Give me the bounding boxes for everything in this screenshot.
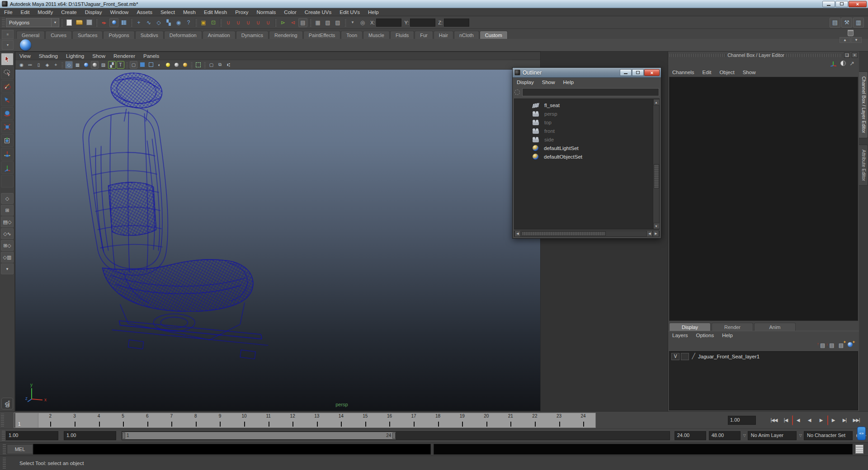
menu-item[interactable]: Assets (132, 9, 156, 15)
smooth-shade-icon[interactable] (91, 61, 99, 69)
shelf-tab[interactable]: Muscle (363, 31, 390, 39)
animation-end-field[interactable]: 48.00 (709, 431, 741, 440)
mel-command-input[interactable] (33, 444, 431, 455)
checker-material-icon[interactable]: ◐ (156, 61, 163, 69)
channel-menu-item[interactable]: Channels (668, 70, 698, 75)
script-editor-icon[interactable] (855, 445, 863, 454)
animation-start-field[interactable]: 1.00 (6, 431, 58, 440)
outliner-item[interactable]: front (533, 127, 652, 135)
outliner-item[interactable]: defaultObjectSet (533, 152, 652, 161)
timeline-frame-cell[interactable]: 18 (426, 413, 450, 428)
menu-item[interactable]: Mesh (179, 9, 200, 15)
separator[interactable] (195, 19, 197, 27)
menu-item[interactable]: Edit (17, 9, 34, 15)
menu-item[interactable]: File (0, 9, 17, 15)
timeline-frame-cell[interactable]: 7 (159, 413, 184, 428)
layer-playback-toggle[interactable] (681, 353, 689, 360)
scrollbar-thumb[interactable] (654, 164, 659, 188)
timeline-frame-cell[interactable]: 20 (474, 413, 499, 428)
playback-button[interactable]: |◀ (780, 415, 791, 425)
drag-texture[interactable] (670, 54, 726, 57)
range-end-handle[interactable] (392, 432, 396, 439)
menu-item[interactable]: Edit Mesh (200, 9, 231, 15)
current-time-field[interactable]: 1.00 (728, 416, 756, 425)
shelf-tab[interactable]: Polygons (103, 31, 134, 39)
timeline-frame-cell[interactable]: 19 (450, 413, 474, 428)
input-connections-button[interactable]: ⊳ (278, 18, 288, 27)
timeline-frame-cell[interactable]: 13 (305, 413, 329, 428)
bookmarks-icon[interactable]: ▯ (35, 61, 42, 69)
render-current-frame-button[interactable]: ▦ (313, 18, 322, 27)
move-tool-button[interactable] (1, 94, 14, 106)
playback-start-field[interactable]: 1.00 (64, 431, 116, 440)
xray-display-icon[interactable]: ▨ (99, 61, 107, 69)
section-grip[interactable] (2, 18, 5, 28)
separator[interactable] (274, 19, 277, 27)
timeline-frame-cell[interactable]: 14 (329, 413, 354, 428)
layout-hypergraph-persp-button[interactable]: ⊞◇ (1, 240, 14, 251)
shelf-tab[interactable]: Surfaces (72, 31, 103, 39)
timeline-frame-cell[interactable]: 16 (377, 413, 402, 428)
layer-display-type-icon[interactable]: ╱ (690, 353, 697, 360)
menu-item[interactable]: Edit UVs (335, 9, 364, 15)
snap-magnet-point-icon[interactable]: ∪ (244, 18, 253, 27)
timeline-frame-cell[interactable]: 6 (135, 413, 160, 428)
menu-item[interactable]: Proxy (231, 9, 252, 15)
wire-on-shaded-icon[interactable] (147, 61, 155, 69)
timeline-frame-cell[interactable]: 9 (208, 413, 232, 428)
construction-history-button[interactable]: ▤ (298, 18, 307, 27)
panel-menu-item[interactable]: Show (88, 53, 109, 59)
shelf-tab[interactable]: Curves (45, 31, 72, 39)
camera-attributes-icon[interactable]: ≔ (26, 61, 34, 69)
separator[interactable] (95, 19, 98, 27)
layout-persp-outliner-graph-button[interactable]: ◇▥ (1, 252, 14, 263)
snap-curve-button[interactable]: ∿ (144, 18, 153, 27)
panel-menu-item[interactable]: Renderer (109, 53, 139, 59)
playback-button[interactable]: ▶▶| (851, 415, 862, 425)
use-all-lights-icon[interactable] (164, 61, 172, 69)
layer-editor-tab[interactable]: Anim (754, 323, 796, 331)
move-layer-up-icon[interactable]: ↑▤ (820, 342, 825, 348)
playback-button[interactable]: ▶| (839, 415, 850, 425)
float-panel-button[interactable]: ❏ (844, 52, 850, 58)
highlight-selection-icon[interactable]: ⊡ (209, 18, 218, 27)
snap-plane-button[interactable]: ▚ (164, 18, 173, 27)
outliner-item[interactable]: fl_seat (533, 101, 652, 109)
timeline-frame-cell[interactable]: 15 (353, 413, 377, 428)
timeline-frame-cell[interactable]: 3 (62, 413, 87, 428)
current-frame-indicator[interactable]: 1 (14, 413, 38, 428)
layer-menu-item[interactable]: Layers (668, 333, 692, 338)
lasso-tool-button[interactable] (1, 66, 14, 79)
shelf-tab[interactable]: Fluids (390, 31, 414, 39)
menu-item[interactable]: Modify (33, 9, 57, 15)
channel-menu-item[interactable]: Object (715, 70, 738, 75)
playback-button[interactable]: ◀ (804, 415, 815, 425)
speed-control-icon[interactable] (840, 61, 846, 66)
section-grip[interactable] (3, 444, 6, 454)
shelf-tab[interactable]: Subdivs (135, 31, 164, 39)
snap-magnet-surface-icon[interactable]: ∪ (264, 18, 273, 27)
timeline-frame-cell[interactable]: 10 (232, 413, 256, 428)
timeline-frame-cell[interactable]: 21 (499, 413, 523, 428)
use-no-lights-icon[interactable] (181, 61, 189, 69)
channel-list-area[interactable] (669, 77, 858, 321)
outliner-search-input[interactable] (522, 88, 659, 96)
z-coord-field[interactable] (444, 19, 469, 27)
layer-name[interactable]: Jaguar_Front_Seat_layer1 (698, 354, 760, 359)
shelf-tab[interactable]: General (16, 31, 45, 39)
menu-item[interactable]: Create UVs (301, 9, 335, 15)
move-layer-down-icon[interactable]: ↓▤ (829, 342, 834, 348)
use-default-light-icon[interactable] (173, 61, 180, 69)
separator[interactable] (61, 19, 63, 27)
playback-button[interactable]: ▶ (816, 415, 826, 425)
viewport-3d-view[interactable]: y x z persp (15, 70, 540, 411)
channel-menu-item[interactable]: Show (739, 70, 760, 75)
timeline-frame-cell[interactable]: 11 (256, 413, 281, 428)
snap-point-button[interactable]: ◇ (154, 18, 163, 27)
wireframe-display-icon[interactable]: ◇ (65, 61, 73, 69)
panel-menu-item[interactable]: View (15, 53, 35, 59)
drag-texture[interactable] (786, 54, 842, 57)
shelf-tab[interactable]: Toon (341, 31, 363, 39)
scrollbar-thumb[interactable] (522, 231, 606, 236)
close-panel-button[interactable]: × (852, 52, 858, 58)
